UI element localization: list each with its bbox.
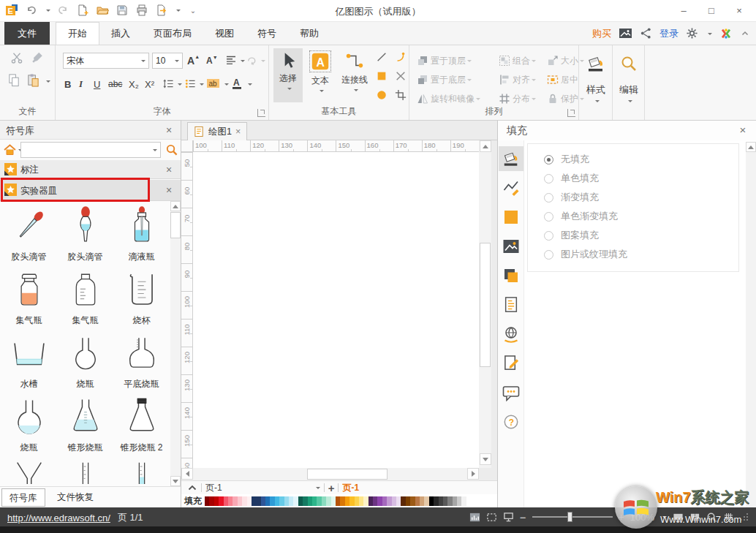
pan-zoom-icon[interactable] (706, 512, 717, 523)
library-scrollbar[interactable] (170, 201, 181, 486)
canvas-horizontal-scrollbar[interactable] (181, 468, 479, 480)
panel-toggle-icon[interactable] (469, 512, 480, 523)
zoom-slider-thumb[interactable] (567, 512, 572, 522)
font-name-select[interactable]: 宋体 (63, 53, 149, 69)
symbol-集气瓶[interactable]: 集气瓶 (57, 267, 113, 330)
symbol-胶头滴管[interactable]: 胶头滴管 (1, 203, 57, 267)
underline-button[interactable]: U (94, 76, 100, 92)
radio-button[interactable] (544, 193, 553, 203)
buy-button[interactable]: 购买 (592, 27, 611, 40)
edit-button[interactable]: 编辑 (614, 48, 643, 102)
document-tab[interactable]: 绘图1 × (187, 122, 247, 140)
shrink-font-button[interactable]: A▼ (206, 53, 218, 69)
section-close-icon[interactable]: × (163, 164, 175, 175)
line-tool-icon[interactable] (376, 51, 388, 63)
collapse-ribbon-button[interactable] (740, 29, 750, 39)
share-icon[interactable] (640, 27, 652, 39)
radio-button[interactable] (544, 155, 553, 165)
highlight-dropdown[interactable] (224, 83, 229, 88)
color-swatch[interactable] (461, 496, 466, 506)
paste-dropdown[interactable] (46, 80, 50, 85)
current-page-tab[interactable]: 页-1 (342, 482, 359, 494)
font-dialog-launcher[interactable] (257, 109, 265, 117)
radio-button[interactable] (544, 250, 553, 260)
arc-tool-icon[interactable] (395, 51, 407, 63)
symbol-集气瓶[interactable]: 集气瓶 (1, 267, 57, 330)
crop-tool-icon[interactable] (395, 89, 407, 101)
cross-tool-icon[interactable] (395, 70, 407, 82)
monitor-view-icon[interactable] (673, 512, 684, 523)
maximize-button[interactable]: □ (698, 0, 725, 20)
symbol-锥形烧瓶 2[interactable]: 锥形烧瓶 2 (113, 394, 170, 458)
fill-option-渐变填充[interactable]: 渐变填充 (528, 188, 738, 207)
bold-button[interactable]: B (64, 76, 71, 92)
tab-帮助[interactable]: 帮助 (288, 22, 330, 45)
format-painter-icon[interactable] (31, 51, 44, 64)
arrange-arr-group[interactable]: 组合 (499, 51, 547, 70)
font-color-icon[interactable]: A (231, 78, 243, 90)
library-section-callout[interactable]: 标注 × (0, 160, 181, 179)
fill-option-图案填充[interactable]: 图案填充 (528, 226, 738, 245)
selection-mode-icon[interactable] (486, 512, 497, 523)
align-text-icon[interactable] (225, 55, 237, 66)
subscript-button[interactable]: X₂ (129, 76, 139, 92)
radio-button[interactable] (544, 231, 553, 241)
fill-option-单色填充[interactable]: 单色填充 (528, 169, 738, 188)
select-tool-button[interactable]: 选择 (273, 48, 303, 102)
hyperlink-globe-icon[interactable] (499, 322, 523, 347)
library-close-icon[interactable]: × (163, 124, 175, 136)
tab-开始[interactable]: 开始 (56, 22, 99, 45)
text-tool-button[interactable]: A 文本 (306, 48, 335, 102)
zoom-out-button[interactable]: − (520, 511, 526, 523)
italic-button[interactable]: I (79, 76, 83, 92)
font-color-dropdown[interactable] (248, 83, 252, 88)
superscript-button[interactable]: X² (145, 76, 154, 92)
tab-符号[interactable]: 符号 (246, 22, 288, 45)
arrange-dialog-launcher[interactable] (567, 109, 575, 117)
search-input-box[interactable] (20, 142, 161, 158)
fill-option-图片或纹理填充[interactable]: 图片或纹理填充 (528, 245, 738, 264)
fill-bucket-icon[interactable] (499, 146, 523, 171)
add-page-button[interactable]: + (328, 482, 335, 494)
symbol-烧杯[interactable]: 烧杯 (113, 267, 170, 330)
bullet-list-icon[interactable] (184, 78, 196, 89)
cut-scissors-icon[interactable] (10, 51, 23, 64)
edrawsoft-link[interactable]: http://www.edrawsoft.cn/ (7, 513, 110, 523)
symbol-滴液瓶[interactable]: 滴液瓶 (113, 203, 170, 267)
book-view-icon[interactable] (689, 512, 700, 523)
rect-tool-icon[interactable] (376, 70, 388, 82)
tab-插入[interactable]: 插入 (99, 22, 142, 45)
symbol-锥形烧瓶[interactable]: 锥形烧瓶 (57, 394, 113, 458)
symbol-胶头滴管[interactable]: 胶头滴管 (57, 203, 113, 267)
rotate-text-icon[interactable] (246, 55, 257, 66)
zoom-in-button[interactable]: + (619, 511, 624, 523)
page-dropdown-arrow[interactable] (316, 487, 320, 491)
tab-页面布局[interactable]: 页面布局 (142, 22, 203, 45)
document-tab-close-icon[interactable]: × (235, 126, 241, 137)
minimize-button[interactable]: – (670, 0, 698, 20)
library-section-lab-glassware[interactable]: 实验器皿 × (0, 180, 181, 201)
arrange-arr-front[interactable]: 置于顶层 (417, 51, 499, 70)
share-image-icon[interactable] (619, 27, 632, 39)
fit-window-icon[interactable] (503, 512, 514, 523)
style-button[interactable]: 样式 (581, 48, 611, 102)
comment-icon[interactable] (499, 380, 523, 405)
search-input[interactable] (23, 143, 147, 156)
page-setup-icon[interactable] (499, 292, 523, 317)
symbol-水槽[interactable]: 水槽 (1, 330, 57, 394)
radio-button[interactable] (544, 212, 553, 222)
section-close-icon[interactable]: × (163, 184, 175, 196)
note-icon[interactable] (499, 351, 523, 376)
connector-tool-button[interactable]: 连接线 (338, 48, 371, 102)
tab-视图[interactable]: 视图 (203, 22, 246, 45)
arrange-arr-back[interactable]: 置于底层 (417, 70, 499, 89)
line-spacing-dropdown[interactable] (178, 83, 182, 88)
tab-file-recovery[interactable]: 文件恢复 (50, 488, 101, 507)
login-button[interactable]: 登录 (659, 27, 678, 40)
fill-panel-scrollbar[interactable] (746, 142, 756, 507)
home-icon[interactable] (3, 143, 17, 156)
zoom-slider[interactable] (532, 516, 613, 518)
drawing-page[interactable] (193, 152, 479, 468)
settings-gear-icon[interactable] (686, 27, 698, 39)
symbol-partial[interactable] (1, 458, 57, 484)
